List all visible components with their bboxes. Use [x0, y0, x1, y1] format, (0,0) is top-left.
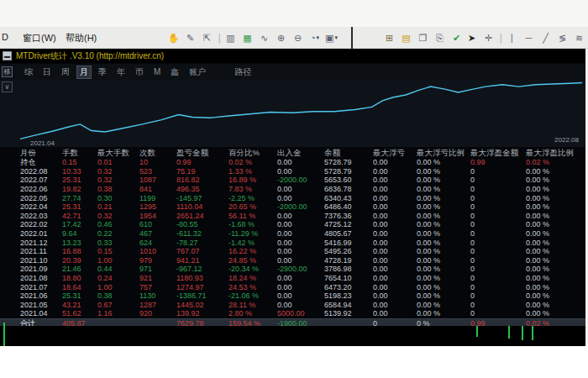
menu-item-help[interactable]: 帮助(H) — [66, 32, 97, 45]
horizontal-line-icon[interactable]: ─ — [522, 30, 536, 45]
cell: 0.30 — [97, 194, 139, 202]
candle-chart-icon[interactable]: ▦ — [240, 30, 255, 45]
cell: 0 — [470, 176, 526, 184]
tab-日[interactable]: 日 — [39, 66, 55, 79]
cell: 1130 — [139, 291, 176, 300]
cell: 920 — [139, 309, 176, 318]
cell: 5000.00 — [277, 309, 324, 318]
cell: 0.01 — [97, 158, 139, 166]
profiles-icon[interactable]: ▤ — [399, 30, 413, 45]
period-icon[interactable]: ◔▾ — [307, 30, 322, 45]
dock-icon[interactable]: ⇱ — [200, 30, 214, 45]
cell: 42.71 — [62, 212, 97, 220]
cell: 0.00 % — [526, 176, 574, 184]
fibonacci-icon[interactable]: ≋ — [572, 30, 586, 45]
table-row: 2022.0217.420.46610-80.55-1.68 %0.004725… — [0, 220, 585, 229]
cell: 19.82 — [62, 185, 97, 193]
crosshair-icon[interactable]: ✛ — [481, 30, 496, 45]
cell: 0.00 % — [417, 212, 470, 220]
cell: -145.97 — [176, 194, 228, 202]
cell: 0 — [470, 220, 526, 228]
equity-chart: ∨ 2021.04 2022.08 — [0, 80, 585, 147]
tab-鑫[interactable]: 鑫 — [167, 66, 182, 79]
table-header-row: 月份手数最大手数次数盈亏金额百分比%出入金余额最大浮亏最大浮亏比例最大浮盈金额最… — [0, 147, 585, 158]
draw-icon[interactable]: ✎ — [183, 30, 197, 45]
tab-月[interactable]: 月 — [76, 66, 92, 79]
cell: 0.00 — [373, 265, 417, 273]
zoom-out-icon[interactable]: ⊖ — [291, 30, 305, 45]
panel-title: MTDriver统计 .V3.10 (http://mtdriver.cn) — [16, 50, 164, 62]
cell: 16.22 % — [228, 247, 277, 255]
cell: 0 — [470, 265, 526, 273]
tab-账户[interactable]: 账户 — [186, 66, 209, 79]
table-row: 2021.0921.460.44971-967.12-20.34 %-2900.… — [0, 265, 585, 274]
cell: 0 — [470, 202, 526, 211]
cell: 0.00 % — [526, 229, 574, 238]
cell: -11.29 % — [228, 229, 277, 238]
cell: 2022.03 — [20, 212, 62, 220]
cell: 0.00 % — [417, 158, 470, 166]
cell: 624 — [139, 239, 176, 247]
tab-周[interactable]: 周 — [58, 66, 73, 79]
trendline-icon[interactable]: ╱ — [538, 30, 553, 45]
window-restore-button[interactable]: ▬ — [3, 51, 12, 60]
cell: 0.00 % — [526, 247, 574, 255]
tab-年[interactable]: 年 — [113, 66, 129, 79]
cell: 7.83 % — [228, 185, 277, 193]
menu-item-window[interactable]: 窗口(W) — [23, 32, 56, 45]
tab-币[interactable]: 币 — [132, 66, 147, 79]
cell: 610 — [139, 220, 176, 228]
vertical-line-icon[interactable]: ∣ — [505, 30, 519, 45]
cell: 0.00 — [277, 247, 324, 255]
cell: 0.32 — [97, 212, 139, 220]
cell: 0.00 % — [526, 283, 574, 291]
pan-icon[interactable]: ✋ — [166, 30, 181, 45]
cell: 0 — [470, 256, 526, 265]
move-icon[interactable]: 移 — [2, 66, 13, 77]
cell: 0.00 % — [417, 247, 470, 255]
table-row: 2022.0619.820.38841496.357.83 %0.006836.… — [0, 185, 585, 194]
cell: 2021.07 — [20, 283, 62, 291]
cell: 0.00 % — [417, 229, 470, 238]
cell: 7376.36 — [324, 212, 373, 220]
cell: 10 — [139, 158, 176, 166]
cell: 0.00 % — [417, 283, 470, 291]
cell: 0.00 % — [526, 185, 574, 193]
cell: 18.80 — [62, 274, 97, 282]
cell: 0 — [470, 212, 526, 220]
cell: -1386.71 — [176, 291, 228, 300]
desktop-background — [0, 0, 588, 27]
cell: 0.00 — [373, 283, 417, 291]
cell: 25.31 — [62, 291, 97, 300]
equity-curve — [18, 81, 584, 145]
tab-综[interactable]: 综 — [21, 66, 36, 79]
bar-chart-icon[interactable]: ▥ — [223, 30, 238, 45]
cell: 523 — [139, 167, 176, 176]
cell: 0.00 % — [526, 256, 574, 265]
autotrade-icon[interactable]: ✔ — [449, 30, 464, 45]
cell: 0.00 — [373, 212, 417, 220]
tab-path[interactable]: 路径 — [234, 66, 251, 78]
tab-季[interactable]: 季 — [95, 66, 110, 79]
zoom-in-icon[interactable]: ⊕ — [274, 30, 288, 45]
cell: 2021.08 — [20, 274, 62, 282]
new-chart-icon[interactable]: ⊞ — [382, 30, 396, 45]
cell: 0.00 % — [417, 309, 470, 318]
cell: -1.68 % — [228, 220, 277, 228]
cursor-icon[interactable]: ➤ — [465, 30, 479, 45]
cascade-icon[interactable]: ❐ — [416, 30, 430, 45]
line-chart-icon[interactable]: ∿ — [257, 30, 271, 45]
channel-icon[interactable]: ≶ — [555, 30, 570, 45]
cell: 9.64 — [62, 229, 97, 238]
tab-M[interactable]: M — [150, 66, 164, 77]
template-icon[interactable]: ▣▾ — [324, 30, 339, 45]
cell: 0.00 — [373, 256, 417, 265]
cell: 43.21 — [62, 301, 97, 309]
toolbar-group: ⊞▤❐⎘✔ — [382, 29, 464, 46]
collapse-icon[interactable]: ∨ — [2, 81, 13, 92]
print-icon[interactable]: ⎘ — [433, 30, 447, 45]
cell: 25.31 — [62, 202, 97, 211]
cell: 13.23 — [62, 239, 97, 247]
cell: 0.15 — [97, 247, 139, 255]
cell: 1.00 — [97, 256, 139, 265]
